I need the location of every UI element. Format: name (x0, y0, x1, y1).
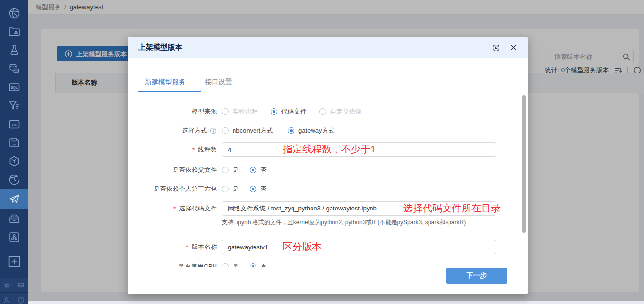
form-row-version-name: *版本名称 (128, 240, 528, 254)
depends-parent-label: 是否依赖父文件 (173, 166, 217, 174)
help-icon[interactable]: ? (14, 293, 28, 304)
select-mode-label: 选择方式 (182, 126, 207, 135)
radio-checked-icon[interactable] (250, 186, 256, 192)
required-mark: * (186, 244, 188, 251)
radio-icon[interactable] (222, 263, 229, 267)
modal-title: 上架模型版本 (138, 43, 182, 52)
svg-text:SQL: SQL (11, 86, 17, 90)
share-nodes-icon[interactable] (0, 228, 28, 247)
tab-interface-settings[interactable]: 接口设置 (205, 78, 232, 87)
project-folder-icon[interactable] (0, 22, 28, 41)
radio-thirdparty-no[interactable]: 否 (250, 185, 267, 193)
experiment-flask-icon[interactable] (0, 41, 28, 59)
radio-thirdparty-yes[interactable]: 是 (222, 185, 239, 193)
version-name-label: 版本名称 (192, 243, 217, 251)
required-mark: * (192, 146, 195, 153)
code-file-label: 选择代码文件 (179, 204, 217, 213)
radio-nbconvert-mode[interactable]: nbconvert方式 (222, 126, 273, 135)
annotation-code-file: 选择代码文件所在目录 (403, 202, 501, 215)
form-row-model-source: 模型来源 实验流程 代码文件 自定义镜像 (128, 107, 528, 116)
radio-gateway-mode[interactable]: gateway方式 (288, 126, 334, 135)
svg-text:?: ? (20, 298, 22, 302)
code-icon[interactable]: </> (0, 115, 28, 133)
form-row-depends-parent: 是否依赖父文件 是 否 (128, 165, 528, 175)
thread-count-label: 线程数 (198, 145, 217, 154)
form-row-use-cpu: 是否使用CPU 是 否 (128, 262, 528, 267)
archive-icon[interactable] (0, 209, 28, 228)
app-root: SQL </> </> (0, 0, 644, 304)
bottom-scrollbar-strip[interactable] (28, 301, 644, 304)
cube-icon[interactable] (0, 152, 28, 171)
model-source-label: 模型来源 (192, 107, 217, 116)
radio-checked-icon[interactable] (250, 167, 256, 173)
database-icon[interactable] (0, 59, 28, 78)
sidebar-bottom-grid: ? (0, 278, 28, 304)
active-tab-underline (138, 91, 201, 92)
modal-scrollbar[interactable] (522, 95, 526, 233)
saved-code-icon[interactable]: </> (0, 133, 28, 152)
use-cpu-label: 是否使用CPU (178, 262, 217, 267)
svg-text:</>: </> (11, 123, 17, 127)
user-icon[interactable] (0, 293, 14, 304)
radio-icon[interactable] (222, 127, 229, 134)
modal-form: 模型来源 实验流程 代码文件 自定义镜像 (128, 93, 528, 267)
radio-cpu-no[interactable]: 否 (250, 262, 267, 267)
history-icon[interactable] (0, 171, 28, 189)
code-file-hint: 支持 .ipynb 格式的文件，且kernel应为python2, python… (222, 218, 466, 227)
radio-checked-icon[interactable] (271, 108, 277, 115)
depends-third-party-label: 是否依赖个人第三方包 (154, 185, 217, 193)
annotation-version-name: 区分版本 (283, 240, 322, 253)
publish-version-modal: 上架模型版本 新建模型服务 接口设置 模型来源 (128, 37, 528, 294)
add-square-icon[interactable] (0, 252, 28, 271)
modal-footer: 下一步 (128, 267, 528, 294)
radio-icon[interactable] (319, 108, 326, 115)
radio-cpu-yes[interactable]: 是 (222, 262, 239, 267)
radio-checked-icon[interactable] (250, 263, 256, 267)
sidebar-nav: SQL </> </> (0, 0, 28, 304)
globe-icon[interactable] (0, 4, 28, 22)
gear-icon[interactable] (0, 278, 14, 292)
radio-icon[interactable] (222, 108, 229, 115)
tab-new-model-service[interactable]: 新建模型服务 (145, 78, 186, 87)
close-icon[interactable] (510, 44, 517, 51)
radio-experiment-flow[interactable]: 实验流程 (222, 107, 258, 116)
fullscreen-icon[interactable] (492, 44, 500, 52)
modal-header: 上架模型版本 (128, 37, 528, 58)
annotation-thread-count: 指定线程数，不少于1 (283, 143, 376, 156)
radio-code-file[interactable]: 代码文件 (271, 107, 307, 116)
radio-custom-image[interactable]: 自定义镜像 (319, 107, 362, 116)
form-row-depends-third-party: 是否依赖个人第三方包 是 否 (128, 184, 528, 194)
deploy-plane-icon[interactable] (0, 189, 28, 209)
svg-text:</>: </> (12, 143, 16, 146)
radio-icon[interactable] (222, 167, 229, 173)
sql-icon[interactable]: SQL (0, 78, 28, 96)
form-row-select-mode: 选择方式 nbconvert方式 gateway方式 (128, 126, 528, 135)
radio-parent-no[interactable]: 否 (250, 166, 267, 174)
version-name-input[interactable] (222, 240, 496, 254)
radio-checked-icon[interactable] (288, 127, 294, 134)
filter-icon[interactable] (0, 96, 28, 115)
modal-tabs: 新建模型服务 接口设置 (128, 58, 528, 93)
info-icon[interactable] (210, 127, 217, 134)
monitor-icon[interactable] (14, 278, 28, 292)
required-mark: * (173, 205, 176, 212)
next-step-button[interactable]: 下一步 (446, 268, 507, 284)
radio-parent-yes[interactable]: 是 (222, 166, 239, 174)
radio-icon[interactable] (222, 186, 229, 192)
